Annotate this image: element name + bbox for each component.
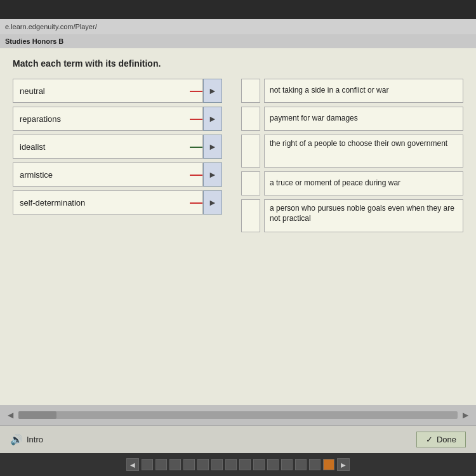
term-neutral: neutral xyxy=(13,79,203,103)
arrow-wrapper-2: ► xyxy=(203,107,222,131)
def-text-2: payment for war damages xyxy=(264,107,463,131)
scroll-left[interactable]: ◀ xyxy=(5,411,16,420)
page-dot-2[interactable] xyxy=(155,459,167,470)
page-dot-1[interactable] xyxy=(142,459,153,470)
checkmark-icon: ✓ xyxy=(426,435,433,444)
arrow-btn-armistice[interactable]: ► xyxy=(203,162,222,187)
page-dot-6[interactable] xyxy=(211,459,223,470)
page-dot-11[interactable] xyxy=(281,459,293,470)
def-text-1: not taking a side in a conflict or war xyxy=(264,79,463,103)
def-checkbox-3[interactable] xyxy=(241,135,260,168)
term-reparations-label: reparations xyxy=(20,114,61,124)
match-container: neutral reparations idealist armistice s… xyxy=(13,79,463,395)
term-reparations: reparations xyxy=(13,107,203,131)
page-dot-7[interactable] xyxy=(225,459,237,470)
url-text: e.learn.edgenuity.com/Player/ xyxy=(5,23,97,30)
term-idealist-label: idealist xyxy=(20,142,45,152)
intro-label: Intro xyxy=(27,435,43,444)
arrow-wrapper-1: ► xyxy=(203,79,222,103)
footer-bar: 🔊 Intro ✓ Done xyxy=(0,425,476,453)
instruction-text: Match each term with its definition. xyxy=(13,58,463,69)
pagination-bar: ◀ ▶ xyxy=(0,453,476,476)
page-dot-14[interactable] xyxy=(323,459,334,470)
page-next-btn[interactable]: ▶ xyxy=(337,458,350,471)
def-row-2: payment for war damages xyxy=(241,107,463,131)
tab-bar: Studies Honors B xyxy=(0,34,476,48)
term-armistice-label: armistice xyxy=(20,170,53,180)
term-neutral-label: neutral xyxy=(20,86,45,96)
page-dot-12[interactable] xyxy=(295,459,307,470)
scrollbar-area: ◀ ▶ xyxy=(0,405,476,425)
page-dot-13[interactable] xyxy=(309,459,321,470)
def-row-1: not taking a side in a conflict or war xyxy=(241,79,463,103)
page-dot-3[interactable] xyxy=(169,459,181,470)
def-checkbox-5[interactable] xyxy=(241,199,260,232)
page-dot-5[interactable] xyxy=(197,459,209,470)
def-checkbox-2[interactable] xyxy=(241,107,260,131)
scroll-right[interactable]: ▶ xyxy=(460,411,471,420)
def-checkbox-1[interactable] xyxy=(241,79,260,103)
def-text-3: the right of a people to choose their ow… xyxy=(264,135,463,168)
terms-column: neutral reparations idealist armistice s… xyxy=(13,79,203,395)
def-checkbox-4[interactable] xyxy=(241,171,260,195)
arrow-wrapper-5: ► xyxy=(203,190,222,215)
term-armistice: armistice xyxy=(13,162,203,187)
def-row-4: a truce or moment of peace during war xyxy=(241,171,463,195)
arrow-btn-reparations[interactable]: ► xyxy=(203,107,222,131)
page-dot-9[interactable] xyxy=(253,459,265,470)
address-bar: e.learn.edgenuity.com/Player/ xyxy=(0,19,476,34)
page-prev-btn[interactable]: ◀ xyxy=(126,458,139,471)
definitions-column: not taking a side in a conflict or war p… xyxy=(241,79,463,395)
term-self-determination-label: self-determination xyxy=(20,198,85,208)
arrow-wrapper-3: ► xyxy=(203,135,222,159)
top-bar xyxy=(0,0,476,19)
term-idealist: idealist xyxy=(13,135,203,159)
done-button[interactable]: ✓ Done xyxy=(416,432,466,447)
page-dot-4[interactable] xyxy=(183,459,195,470)
done-label: Done xyxy=(437,435,456,444)
term-line-neutral xyxy=(190,91,202,92)
screen: e.learn.edgenuity.com/Player/ Studies Ho… xyxy=(0,0,476,476)
arrow-btn-neutral[interactable]: ► xyxy=(203,79,222,103)
term-line-armistice xyxy=(190,175,202,176)
intro-button[interactable]: 🔊 Intro xyxy=(10,433,43,446)
term-line-reparations xyxy=(190,119,202,120)
def-text-5: a person who pursues noble goals even wh… xyxy=(264,199,463,232)
speaker-icon: 🔊 xyxy=(10,433,23,446)
scrollbar-track[interactable] xyxy=(18,411,458,419)
term-line-idealist xyxy=(190,147,202,148)
def-text-4: a truce or moment of peace during war xyxy=(264,171,463,195)
arrows-column: ► ► ► ► ► xyxy=(203,79,222,395)
def-row-5: a person who pursues noble goals even wh… xyxy=(241,199,463,232)
arrow-wrapper-4: ► xyxy=(203,162,222,187)
arrow-btn-self-determination[interactable]: ► xyxy=(203,190,222,215)
term-line-self-determination xyxy=(190,202,202,204)
page-dot-10[interactable] xyxy=(267,459,279,470)
def-row-3: the right of a people to choose their ow… xyxy=(241,135,463,168)
page-dot-8[interactable] xyxy=(239,459,251,470)
scrollbar-thumb xyxy=(18,411,56,419)
tab-title: Studies Honors B xyxy=(5,37,63,45)
spacer xyxy=(222,79,241,395)
content-area: Match each term with its definition. neu… xyxy=(0,48,476,405)
term-self-determination: self-determination xyxy=(13,190,203,215)
arrow-btn-idealist[interactable]: ► xyxy=(203,135,222,159)
